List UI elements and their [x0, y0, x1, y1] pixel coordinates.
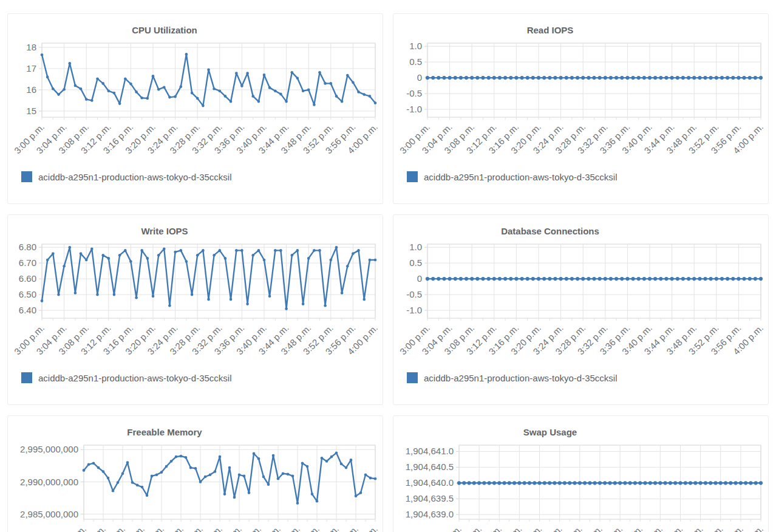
svg-text:0: 0: [417, 72, 422, 83]
chart-title: Database Connections: [393, 225, 707, 238]
svg-text:1,904,639.5: 1,904,639.5: [406, 493, 454, 503]
chart-panel-write-iops: Write IOPS 6.806.706.606.506.403:00 p.m.…: [7, 214, 383, 405]
svg-text:6.70: 6.70: [19, 257, 36, 268]
legend-series-label: aciddb-a295n1-production-aws-tokyo-d-35c…: [424, 172, 618, 182]
svg-text:1,904,641.0: 1,904,641.0: [406, 446, 454, 456]
chart-panel-freeable-memory: Freeable Memory 2,995,000,0002,990,000,0…: [7, 415, 383, 532]
chart-legend: aciddb-a295n1-production-aws-tokyo-d-35c…: [407, 171, 768, 182]
svg-text:6.80: 6.80: [19, 242, 36, 252]
svg-text:0: 0: [417, 273, 422, 284]
chart-title: Read IOPS: [393, 24, 707, 37]
legend-series-label: aciddb-a295n1-production-aws-tokyo-d-35c…: [424, 373, 618, 383]
chart-panel-database-connections: Database Connections 1.00.50-0.5-1.03:00…: [393, 214, 769, 405]
svg-text:3:00 p.m.: 3:00 p.m.: [54, 523, 88, 532]
svg-text:0.5: 0.5: [409, 257, 422, 268]
chart-title: Freeable Memory: [8, 426, 321, 439]
svg-text:2,990,000,000: 2,990,000,000: [20, 477, 78, 487]
chart-title: Write IOPS: [8, 225, 321, 238]
svg-text:2,985,000,000: 2,985,000,000: [20, 509, 78, 519]
read-iops-chart[interactable]: 1.00.50-0.5-1.03:00 p.m.3:04 p.m.3:08 p.…: [393, 37, 768, 169]
svg-text:15: 15: [26, 106, 36, 116]
svg-text:1,904,640.0: 1,904,640.0: [406, 477, 454, 488]
svg-text:6.50: 6.50: [19, 289, 36, 299]
chart-legend: aciddb-a295n1-production-aws-tokyo-d-35c…: [21, 372, 383, 383]
chart-title: Swap Usage: [393, 426, 707, 439]
svg-text:2,995,000,000: 2,995,000,000: [20, 444, 78, 454]
svg-text:6.60: 6.60: [19, 273, 36, 284]
write-iops-chart[interactable]: 6.806.706.606.506.403:00 p.m.3:04 p.m.3:…: [8, 238, 383, 370]
svg-text:-1.0: -1.0: [406, 104, 422, 114]
legend-series-swatch-icon: [407, 171, 418, 182]
metrics-dashboard-grid: CPU Utilization 181716153:00 p.m.3:04 p.…: [0, 0, 776, 532]
chart-panel-read-iops: Read IOPS 1.00.50-0.5-1.03:00 p.m.3:04 p…: [393, 13, 769, 204]
chart-panel-cpu-utilization: CPU Utilization 181716153:00 p.m.3:04 p.…: [7, 13, 383, 204]
svg-text:-1.0: -1.0: [406, 305, 422, 315]
svg-text:0.5: 0.5: [409, 56, 422, 67]
svg-text:1.0: 1.0: [409, 41, 422, 51]
chart-title: CPU Utilization: [8, 24, 321, 37]
legend-series-swatch-icon: [21, 372, 32, 383]
svg-text:17: 17: [26, 63, 36, 73]
chart-legend: aciddb-a295n1-production-aws-tokyo-d-35c…: [21, 171, 383, 182]
svg-text:1,904,639.0: 1,904,639.0: [406, 509, 454, 519]
svg-text:3:00 p.m.: 3:00 p.m.: [429, 523, 463, 532]
freeable-memory-chart[interactable]: 2,995,000,0002,990,000,0002,985,000,0003…: [8, 439, 383, 532]
svg-text:1.0: 1.0: [409, 242, 422, 252]
svg-text:1,904,640.5: 1,904,640.5: [406, 462, 454, 472]
svg-text:16: 16: [26, 84, 36, 95]
legend-series-label: aciddb-a295n1-production-aws-tokyo-d-35c…: [38, 373, 232, 383]
chart-legend: aciddb-a295n1-production-aws-tokyo-d-35c…: [407, 372, 768, 383]
svg-text:-0.5: -0.5: [406, 88, 422, 98]
legend-series-swatch-icon: [407, 372, 418, 383]
svg-text:-0.5: -0.5: [406, 289, 422, 299]
legend-series-label: aciddb-a295n1-production-aws-tokyo-d-35c…: [38, 172, 232, 182]
svg-text:18: 18: [26, 42, 36, 52]
database-connections-chart[interactable]: 1.00.50-0.5-1.03:00 p.m.3:04 p.m.3:08 p.…: [393, 238, 768, 370]
svg-text:6.40: 6.40: [19, 305, 36, 315]
chart-panel-swap-usage: Swap Usage 1,904,641.01,904,640.51,904,6…: [393, 415, 769, 532]
swap-usage-chart[interactable]: 1,904,641.01,904,640.51,904,640.01,904,6…: [393, 439, 768, 532]
cpu-utilization-chart[interactable]: 181716153:00 p.m.3:04 p.m.3:08 p.m.3:12 …: [8, 37, 383, 169]
legend-series-swatch-icon: [21, 171, 32, 182]
